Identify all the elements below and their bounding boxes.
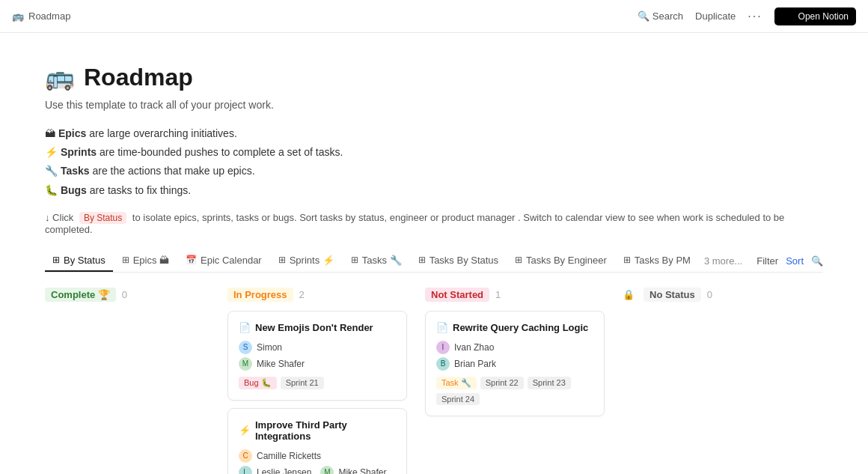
column-not-started-header: Not Started 1 [425, 288, 605, 302]
topbar-left: 🚌 Roadmap [12, 10, 70, 22]
card-new-emojis-person-mike: M Mike Shafer [239, 357, 396, 371]
column-not-started-label: Not Started [425, 288, 489, 302]
tab-tasks-by-pm[interactable]: ⊞ Tasks By PM [616, 250, 698, 272]
tab-epic-calendar-label: Epic Calendar [201, 255, 262, 266]
page-header: 🚌 Roadmap [45, 63, 823, 91]
avatar-simon: S [239, 341, 252, 354]
tab-tasks-icon: ⊞ [351, 255, 358, 265]
topbar: 🚌 Roadmap 🔍 Search Duplicate ··· Open No… [0, 0, 868, 33]
person-simon-name: Simon [257, 342, 282, 353]
more-tabs-button[interactable]: 3 more... [700, 251, 747, 271]
tab-epic-calendar[interactable]: 📅 Epic Calendar [178, 250, 269, 272]
card-new-emojis-tags: Bug 🐛 Sprint 21 [239, 377, 396, 389]
tab-epics[interactable]: ⊞ Epics 🏔 [114, 250, 177, 272]
avatar-brian: B [436, 357, 450, 371]
column-no-status-header: 🔒 No Status 0 [623, 288, 787, 302]
column-no-status-count: 0 [707, 289, 712, 300]
page-icon-small: 🚌 [12, 10, 24, 22]
tag-sprint-24: Sprint 24 [436, 393, 480, 405]
tab-tasks-label: Tasks 🔧 [362, 255, 402, 266]
card-rewrite-query-person-brian: B Brian Park [436, 357, 593, 371]
tab-tasks-by-pm-icon: ⊞ [623, 255, 631, 265]
duplicate-label: Duplicate [695, 10, 736, 22]
page-title: Roadmap [84, 64, 193, 91]
card-rewrite-query-title-text: Rewrite Query Caching Logic [453, 322, 588, 333]
column-complete: Complete 🏆 0 [45, 288, 210, 311]
card-new-emojis-title: 📄 New Emojis Don't Render [239, 322, 396, 333]
tab-tasks-by-engineer[interactable]: ⊞ Tasks By Engineer [507, 250, 614, 272]
column-no-status-label: No Status [644, 288, 701, 302]
search-icon: 🔍 [638, 10, 650, 22]
column-not-started-count: 1 [495, 289, 501, 300]
tag-bug: Bug 🐛 [239, 377, 277, 389]
tab-tasks-by-engineer-icon: ⊞ [515, 255, 522, 265]
card-new-emojis-icon: 📄 [239, 322, 251, 333]
kanban-board: Complete 🏆 0 In Progress 2 📄 New Emojis … [45, 288, 823, 474]
card-rewrite-query-title: 📄 Rewrite Query Caching Logic [436, 322, 593, 333]
card-new-emojis-person-simon: S Simon [239, 341, 396, 354]
duplicate-button[interactable]: Duplicate [695, 10, 736, 22]
column-complete-count: 0 [122, 289, 127, 300]
sort-button[interactable]: Sort [786, 255, 804, 267]
click-note: ↓ Click By Status to isolate epics, spri… [45, 212, 823, 235]
tab-sprints-icon: ⊞ [278, 255, 286, 265]
card-rewrite-query[interactable]: 📄 Rewrite Query Caching Logic I Ivan Zha… [425, 311, 605, 416]
tab-tasks-by-engineer-label: Tasks By Engineer [526, 255, 607, 266]
tag-sprint-21: Sprint 21 [281, 377, 324, 389]
open-notion-button[interactable]: Open Notion [774, 7, 856, 25]
tab-tasks-by-pm-label: Tasks By PM [635, 255, 691, 266]
tab-sprints-label: Sprints ⚡ [290, 255, 334, 266]
by-status-badge[interactable]: By Status [79, 212, 126, 224]
tab-epics-label: Epics 🏔 [133, 255, 169, 266]
card-new-emojis[interactable]: 📄 New Emojis Don't Render S Simon M Mike… [227, 311, 407, 401]
card-rewrite-query-person-ivan: I Ivan Zhao [436, 341, 593, 354]
person-brian-name: Brian Park [454, 359, 496, 369]
card-new-emojis-title-text: New Emojis Don't Render [255, 322, 373, 333]
tab-tasks[interactable]: ⊞ Tasks 🔧 [343, 250, 409, 272]
info-lines: 🏔 Epics are large overarching initiative… [45, 124, 823, 200]
search-label: Search [652, 10, 683, 22]
person-camille-name: Camille Ricketts [257, 451, 321, 461]
tab-tasks-by-status[interactable]: ⊞ Tasks By Status [411, 250, 506, 272]
avatar-leslie: L [239, 466, 252, 474]
tab-sprints[interactable]: ⊞ Sprints ⚡ [271, 250, 342, 272]
card-improve-integrations-title-text: Improve Third Party Integrations [255, 419, 396, 442]
main-content: 🚌 Roadmap Use this template to track all… [0, 33, 868, 474]
tab-tasks-by-status-label: Tasks By Status [430, 255, 498, 266]
card-rewrite-query-icon: 📄 [436, 322, 448, 333]
card-improve-integrations-persons-row: L Leslie Jensen M Mike Shafer [239, 466, 396, 474]
topbar-right: 🔍 Search Duplicate ··· Open Notion [638, 7, 856, 25]
avatar-mike-shafer2: M [320, 466, 334, 474]
card-improve-integrations-person-camille: C Camille Ricketts [239, 449, 396, 463]
board-search-button[interactable]: 🔍 [811, 255, 823, 267]
column-in-progress-label: In Progress [227, 288, 293, 302]
person-mike-shafer-name: Mike Shafer [257, 359, 305, 369]
tag-sprint-22: Sprint 22 [480, 377, 524, 389]
person-mike-shafer2-name: Mike Shafer [338, 467, 386, 474]
card-improve-integrations[interactable]: ⚡ Improve Third Party Integrations C Cam… [227, 408, 407, 474]
open-notion-label: Open Notion [798, 11, 849, 22]
tab-epic-calendar-icon: 📅 [186, 255, 197, 265]
info-line-tasks: 🔧 Tasks are the actions that make up epi… [45, 162, 823, 180]
more-options-button[interactable]: ··· [748, 10, 762, 23]
filter-button[interactable]: Filter [757, 255, 778, 267]
search-button[interactable]: 🔍 Search [638, 10, 683, 22]
page-description: Use this template to track all of your p… [45, 99, 823, 111]
avatar-camille: C [239, 449, 252, 463]
person-leslie-name: Leslie Jensen [257, 467, 311, 474]
more-label: ··· [748, 10, 762, 22]
tab-by-status-icon: ⊞ [52, 255, 60, 265]
tab-epics-icon: ⊞ [122, 255, 129, 265]
topbar-page-name: Roadmap [28, 10, 70, 22]
tab-by-status[interactable]: ⊞ By Status [45, 250, 113, 272]
card-rewrite-query-tags: Task 🔧 Sprint 22 Sprint 23 Sprint 24 [436, 377, 593, 405]
lock-icon: 🔒 [623, 289, 635, 300]
info-line-bugs: 🐛 Bugs are tasks to fix things. [45, 181, 823, 200]
page-icon: 🚌 [45, 63, 75, 91]
card-improve-integrations-title: ⚡ Improve Third Party Integrations [239, 419, 396, 442]
tabs-bar: ⊞ By Status ⊞ Epics 🏔 📅 Epic Calendar ⊞ … [45, 250, 823, 273]
column-no-status: 🔒 No Status 0 [623, 288, 787, 311]
tab-by-status-label: By Status [64, 255, 106, 266]
column-complete-header: Complete 🏆 0 [45, 288, 210, 302]
column-not-started: Not Started 1 📄 Rewrite Query Caching Lo… [425, 288, 605, 424]
